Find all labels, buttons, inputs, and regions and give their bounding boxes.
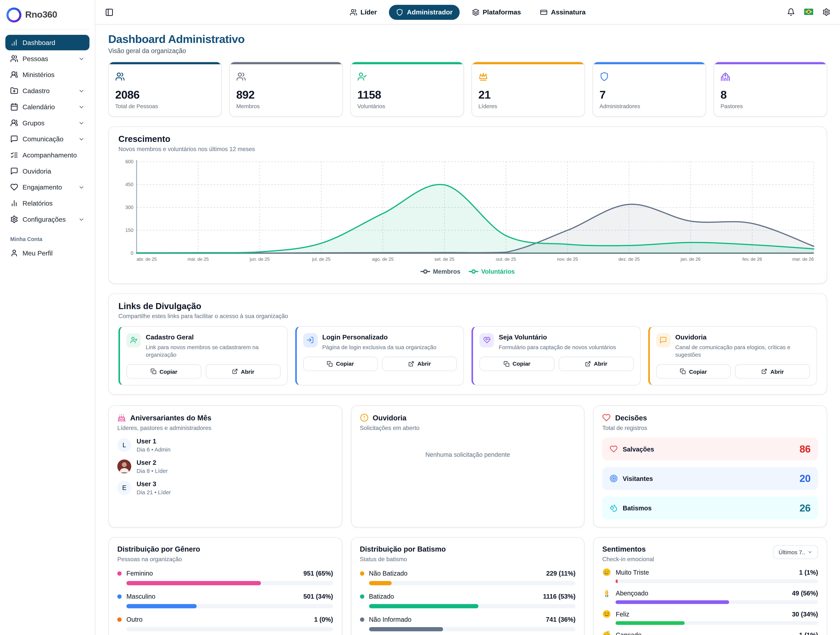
- decision-icon: [610, 474, 618, 482]
- copy-button[interactable]: Copiar: [126, 364, 201, 378]
- sidebar-item[interactable]: Ouvidoria: [5, 163, 90, 179]
- baptism-subtitle: Status de batismo: [360, 556, 575, 562]
- link-card: Cadastro Geral Link para novos membros s…: [118, 326, 287, 386]
- sidebar-item[interactable]: Configurações: [5, 212, 90, 227]
- notifications-bell-icon[interactable]: [787, 8, 795, 16]
- sidebar-item[interactable]: Grupos: [5, 115, 90, 131]
- sidebar-item[interactable]: Engajamento: [5, 180, 90, 195]
- sidebar-item[interactable]: Relatórios: [5, 195, 90, 211]
- alert-circle-icon: [360, 413, 368, 422]
- sidebar: Rno360 Dashboard Pessoas Ministérios: [0, 0, 95, 635]
- avatar: L: [117, 438, 131, 452]
- stat-label: Administradores: [600, 103, 699, 109]
- sentiments-subtitle: Check-in emocional: [602, 556, 654, 562]
- sentiments-title: Sentimentos: [602, 545, 654, 553]
- stat-label: Líderes: [478, 103, 578, 109]
- stat-value: 2086: [115, 88, 215, 101]
- open-button[interactable]: Abrir: [559, 356, 633, 371]
- svg-text:ago. de 25: ago. de 25: [372, 257, 393, 262]
- link-title: Ouvidoria: [675, 333, 810, 341]
- progress-fill: [616, 600, 729, 604]
- sidebar-item[interactable]: Dashboard: [5, 35, 90, 50]
- sidebar-item-icon: [10, 135, 18, 143]
- sidebar-item[interactable]: Pessoas: [5, 51, 90, 66]
- progress-track: [126, 604, 333, 608]
- copy-button[interactable]: Copiar: [480, 356, 554, 371]
- copy-button[interactable]: Copiar: [656, 364, 731, 378]
- progress-fill: [369, 581, 392, 585]
- topbar-nav-icon: [396, 8, 404, 16]
- progress-fill: [616, 621, 685, 625]
- legend-membros[interactable]: Membros: [421, 268, 461, 274]
- links-subtitle: Compartilhe estes links para facilitar o…: [118, 313, 817, 319]
- sidebar-item[interactable]: Cadastro: [5, 83, 90, 99]
- cake-icon: [117, 413, 126, 422]
- sidebar-toggle-icon[interactable]: [105, 8, 114, 16]
- sidebar-item[interactable]: Calendário: [5, 99, 90, 115]
- copy-icon: [504, 361, 509, 367]
- progress-fill: [126, 604, 197, 608]
- decision-row: Batismos 26: [602, 496, 818, 520]
- emoji-icon: [602, 609, 611, 619]
- open-button[interactable]: Abrir: [382, 356, 457, 371]
- open-button[interactable]: Abrir: [735, 364, 810, 378]
- emoji-icon: [602, 589, 611, 598]
- sidebar-item-profile[interactable]: Meu Perfil: [5, 245, 90, 261]
- avatar: [117, 459, 131, 473]
- avatar: E: [117, 481, 131, 495]
- topbar-nav-item[interactable]: Administrador: [389, 5, 460, 19]
- topbar-nav-item[interactable]: Plataformas: [465, 5, 528, 19]
- topbar: Líder Administrador Plataformas Assinatu…: [95, 0, 840, 25]
- stat-icon: [357, 72, 367, 81]
- sidebar-item-label: Ouvidoria: [22, 167, 51, 175]
- svg-text:mai. de 25: mai. de 25: [188, 257, 209, 262]
- copy-icon: [327, 361, 333, 367]
- decision-row: Visitantes 20: [602, 467, 818, 490]
- link-iconbox: [480, 333, 494, 347]
- topbar-nav-label: Administrador: [407, 8, 453, 16]
- progress-track: [616, 579, 818, 583]
- gender-value: 501 (34%): [303, 593, 333, 600]
- sidebar-item-label: Comunicação: [22, 135, 63, 143]
- stat-accent-band: [351, 62, 463, 64]
- sentiment-row: zz Cansado 1 (1%): [602, 630, 818, 635]
- stat-accent-band: [593, 62, 706, 64]
- external-link-icon: [408, 361, 414, 367]
- decisions-title: Decisões: [615, 414, 647, 422]
- svg-text:300: 300: [125, 205, 134, 210]
- stat-card: 7 Administradores: [592, 61, 706, 117]
- topbar-nav-item[interactable]: Assinatura: [533, 5, 592, 19]
- open-button[interactable]: Abrir: [205, 364, 280, 378]
- period-dropdown[interactable]: Últimos 7..: [773, 545, 818, 559]
- gender-row: Outro 1 (0%): [117, 616, 333, 632]
- sidebar-item[interactable]: Acompanhamento: [5, 147, 90, 163]
- chevron-down-icon: [78, 104, 85, 110]
- baptism-title: Distribuição por Batismo: [360, 545, 575, 553]
- gender-subtitle: Pessoas na organização: [117, 556, 333, 562]
- progress-fill: [126, 581, 261, 585]
- legend-dot: [117, 618, 122, 622]
- baptism-label: Não Batizado: [369, 570, 407, 577]
- settings-gear-icon[interactable]: [823, 8, 831, 16]
- decision-row: Salvações 86: [602, 438, 818, 460]
- emoji-icon: zz: [602, 630, 611, 635]
- link-icon: [306, 336, 314, 344]
- gender-label: Masculino: [126, 593, 155, 600]
- brazil-flag-icon[interactable]: [804, 9, 813, 16]
- topbar-nav-label: Líder: [360, 8, 377, 16]
- sentiment-value: 49 (56%): [792, 589, 818, 597]
- legend-voluntarios[interactable]: Voluntários: [469, 268, 515, 274]
- gender-label: Outro: [126, 616, 142, 623]
- brand-logo-icon: [6, 8, 21, 22]
- svg-text:fev. de 26: fev. de 26: [742, 257, 762, 262]
- birthdays-list: L User 1 Dia 6 • Admin: [117, 438, 333, 495]
- stat-card: 2086 Total de Pessoas: [108, 61, 222, 117]
- link-iconbox: [303, 333, 317, 347]
- sidebar-item[interactable]: Comunicação: [5, 131, 90, 147]
- copy-button[interactable]: Copiar: [303, 356, 378, 371]
- topbar-nav-item[interactable]: Líder: [343, 5, 384, 19]
- sidebar-item[interactable]: Ministérios: [5, 67, 90, 82]
- birthdays-subtitle: Líderes, pastores e administradores: [117, 425, 333, 431]
- sentiment-row: Feliz 30 (34%): [602, 609, 818, 625]
- baptism-row: Não Informado 741 (36%): [360, 616, 575, 632]
